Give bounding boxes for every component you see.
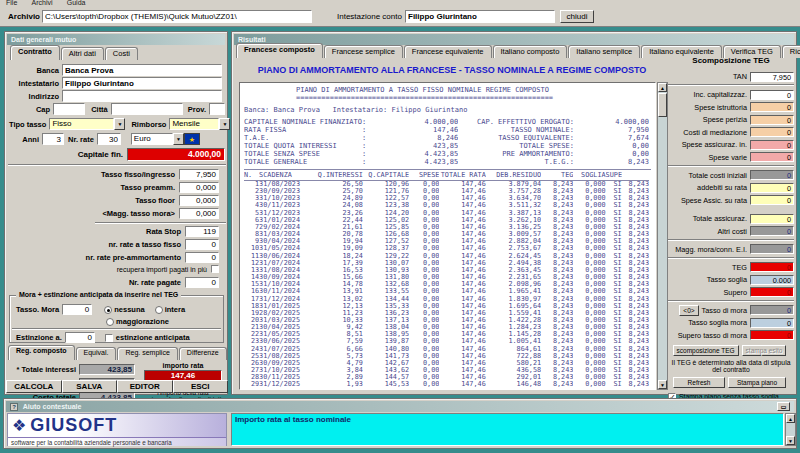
rimborso-select[interactable]: Mensile▼ (169, 118, 230, 130)
anni-input[interactable] (42, 133, 64, 145)
tasso-fisso-value[interactable]: 7,950 (179, 169, 219, 180)
tab-francese-semplice[interactable]: Francese semplice (324, 45, 403, 58)
scroll-down-icon[interactable]: ▼ (786, 436, 795, 445)
cell: 0,00 (486, 389, 541, 390)
tab-altri-dati[interactable]: Altri dati (61, 47, 104, 60)
rate-tasso-fisso-value[interactable]: 0 (185, 239, 219, 250)
indirizzo-input[interactable] (62, 90, 222, 102)
intestatario-input[interactable] (62, 77, 222, 89)
tab-reg-semplice[interactable]: Reg. semplice (117, 347, 177, 360)
archivio-path-input[interactable] (42, 10, 312, 23)
capitale-fin-value[interactable]: 4.000,00 (127, 148, 225, 161)
rata-stop-value[interactable]: 119 (185, 226, 219, 237)
tasso-mora-value[interactable]: 0 (62, 304, 92, 315)
mora-nessuna-radio[interactable] (104, 306, 112, 314)
chiudi-button[interactable]: chiudi (560, 10, 594, 23)
mora-maggiorazione-radio[interactable] (106, 318, 114, 326)
teg-row-value[interactable]: 0 (750, 183, 794, 193)
teg-row-value[interactable]: 0 (750, 330, 794, 340)
chevron-down-icon[interactable]: ▼ (219, 118, 230, 130)
salva-button[interactable]: SALVA (62, 380, 118, 393)
amortization-document: PIANO DI AMMORTAMENTO A TASSO FISSO NOMI… (239, 82, 656, 390)
magg-tasso-mora-value[interactable]: 0,000 (179, 208, 219, 219)
scroll-up-icon[interactable]: ▲ (786, 414, 795, 423)
menu-guida[interactable]: Guida (61, 0, 92, 6)
tab-reg-composto[interactable]: Reg. composto (8, 345, 75, 360)
cap-input[interactable] (53, 103, 85, 115)
cell: 2.098,96 (486, 281, 541, 288)
estinzione-anticipata-checkbox[interactable] (105, 334, 113, 342)
stampa-esito-button[interactable]: stampa esito (742, 345, 787, 356)
scrollbar-thumb[interactable] (658, 93, 667, 117)
teg-row-value[interactable]: 0 (750, 214, 794, 224)
mora-intera-radio[interactable] (155, 306, 163, 314)
teg-row-value[interactable]: 0.000 (750, 275, 794, 285)
teg-row-value[interactable]: 0 (750, 170, 794, 180)
tab-equival[interactable]: Equival. (76, 347, 117, 360)
teg-row-value[interactable]: 0 (750, 152, 794, 162)
rate-pagate-value[interactable]: 0 (185, 277, 219, 288)
cell: 18,24 (316, 253, 363, 260)
tab-differenze[interactable]: Differenze (179, 347, 227, 360)
teg-row-value[interactable]: 0 (750, 195, 794, 205)
scomposizione-teg-button[interactable]: scomposizione TEG (673, 345, 739, 356)
help-scrollbar[interactable]: ▲ ▼ (785, 413, 796, 446)
rate-preamm-value[interactable]: 0 (185, 252, 219, 263)
cell: 10,33 (316, 317, 363, 324)
cell: 0,000 (573, 317, 605, 324)
tasso-preamm-value[interactable]: 0,000 (179, 182, 219, 193)
menu-archivi[interactable]: Archivi (26, 0, 59, 6)
teg-row-value[interactable]: 0 (750, 244, 794, 254)
esci-button[interactable]: ESCI (173, 380, 229, 393)
tasso-floor-value[interactable]: 0,000 (179, 195, 219, 206)
teg-row-value[interactable]: 0 (750, 262, 794, 272)
valuta-select[interactable]: Euro▼ (131, 133, 184, 145)
calcola-button[interactable]: CALCOLA (6, 380, 62, 393)
tab-francese-composto[interactable]: Francese composto (236, 43, 323, 58)
tab-italiano-semplice[interactable]: Italiano semplice (568, 45, 640, 58)
teg-row-value[interactable]: 0 (750, 305, 794, 315)
tasso-floor-label: Tasso floor (135, 196, 175, 205)
teg-row-value[interactable]: 0 (750, 90, 794, 100)
nr-rate-label: Nr. rate (68, 135, 94, 144)
chevron-down-icon[interactable]: ▼ (114, 118, 125, 130)
teg-row-value[interactable]: 0 (750, 115, 794, 125)
menu-file[interactable]: File (0, 0, 23, 6)
refresh-button[interactable]: Refresh (673, 377, 725, 388)
tab-italiano-composto[interactable]: Italiano composto (493, 45, 568, 58)
scroll-up-icon[interactable]: ▲ (658, 83, 667, 92)
teg-row-value[interactable]: 0 (750, 127, 794, 137)
teg-row-value[interactable]: 0 (750, 226, 794, 236)
tipo-tasso-select[interactable]: Fisso▼ (49, 118, 125, 130)
intestazione-conto-input[interactable] (405, 10, 555, 23)
maximize-icon[interactable]: ▭ (777, 402, 790, 411)
tab-contratto[interactable]: Contratto (10, 45, 60, 60)
nr-rate-input[interactable] (97, 133, 121, 145)
cell: 14 (244, 274, 259, 281)
citta-input[interactable] (111, 103, 183, 115)
teg-row-value[interactable]: 0 (750, 318, 794, 328)
prov-input[interactable] (209, 103, 225, 115)
teg-row: Spese assicuraz. in.0 (668, 139, 794, 150)
estinzione-value[interactable]: 0 (65, 332, 95, 343)
tan-value[interactable]: 7,950 (750, 72, 794, 82)
cell: 0,00 (409, 288, 439, 295)
cell: 0,000 (573, 238, 605, 245)
tab-costi[interactable]: Costi (105, 47, 138, 60)
cell: 30/11/2023 (259, 202, 315, 209)
cell: 30/09/2024 (259, 274, 315, 281)
teg-row-value[interactable]: 0 (750, 102, 794, 112)
teg-row-label: Totale costi iniziali (689, 171, 747, 180)
cell: 8,243 (541, 195, 573, 202)
zero-mora-button[interactable]: <0> (679, 305, 698, 316)
tab-francese-equivalente[interactable]: Francese equivalente (404, 45, 492, 58)
scroll-down-icon[interactable]: ▼ (658, 380, 667, 389)
banca-input[interactable] (62, 64, 222, 76)
stampa-piano-button[interactable]: Stampa piano (728, 377, 786, 388)
document-scrollbar[interactable]: ▲ ▼ (657, 82, 668, 390)
teg-row-value[interactable]: 0 (750, 287, 794, 297)
chevron-down-icon[interactable]: ▼ (173, 133, 184, 145)
teg-row-value[interactable]: 0 (750, 140, 794, 150)
recupera-checkbox[interactable] (211, 265, 219, 273)
editor-button[interactable]: EDITOR (117, 380, 173, 393)
